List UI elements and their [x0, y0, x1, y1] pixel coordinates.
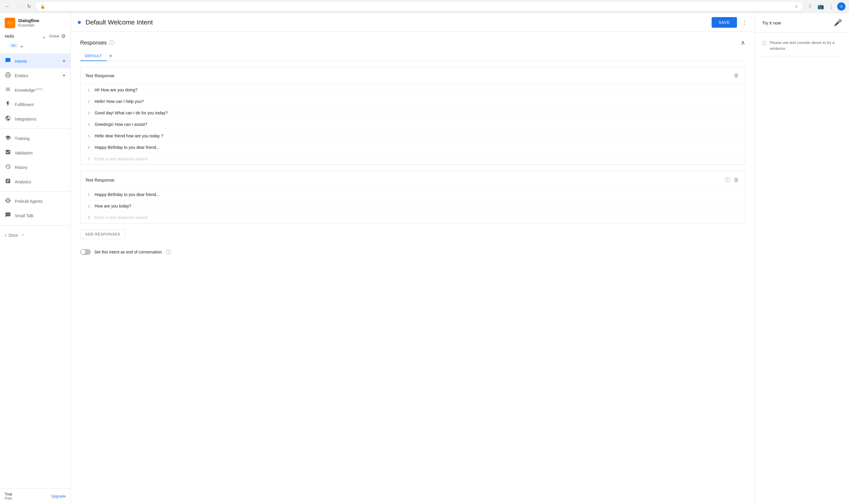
info-row: ⓘ Please use test console above to try a… — [762, 40, 842, 51]
entities-add-icon[interactable]: + — [62, 72, 66, 79]
sidebar-item-knowledge[interactable]: Knowledge[beta] — [0, 83, 70, 97]
sidebar-item-integrations-label: Integrations — [15, 117, 66, 122]
bookmark-icon[interactable]: ☆ — [794, 3, 798, 9]
cast-icon[interactable]: 📺 — [816, 2, 826, 11]
sidebar-item-history-label: History — [15, 165, 66, 170]
row-num: 7 — [85, 157, 90, 161]
responses-section-header: Responses ⓘ ∧ — [80, 39, 745, 47]
eoc-row: Set this intent as end of conversation ⓘ — [80, 249, 745, 255]
row-text[interactable]: Happy Birthday to you dear friend... — [95, 192, 740, 197]
page-title: Default Welcome Intent — [86, 19, 707, 26]
sidebar-brand: Dialogflow Essentials — [18, 18, 39, 28]
external-link-icon: ↗ — [21, 233, 24, 237]
sidebar-item-history[interactable]: History — [0, 160, 70, 175]
trial-sublabel: Free — [5, 496, 12, 501]
add-responses-button[interactable]: ADD RESPONSES — [80, 229, 125, 239]
response-row: 7 Enter a text response variant — [80, 153, 745, 164]
forward-button[interactable]: → — [14, 2, 22, 11]
card-2-header: Text Response ⓘ 🗑 — [80, 171, 745, 189]
svg-line-4 — [7, 74, 8, 75]
intents-add-icon[interactable]: + — [62, 58, 66, 65]
sidebar-item-intents[interactable]: Intents + — [0, 54, 70, 68]
docs-label: Docs — [8, 233, 18, 237]
sidebar-item-prebuilt[interactable]: Prebuilt Agents — [0, 194, 70, 209]
knowledge-icon — [5, 86, 11, 94]
card-1-header: Text Response 🗑 — [80, 67, 745, 84]
reload-button[interactable]: ↻ — [25, 2, 33, 11]
row-placeholder[interactable]: Enter a text response variant — [95, 215, 740, 220]
sidebar-item-fulfillment[interactable]: Fulfillment — [0, 97, 70, 112]
row-text[interactable]: Greetings! How can I assist? — [95, 122, 740, 127]
text-response-card-1: Text Response 🗑 1 Hi! How are you doing?… — [80, 67, 745, 165]
response-row: 3 Good day! What can I do for you today? — [80, 107, 745, 119]
url-input[interactable]: dialogflow.cloud.google.com/#/agent/mypr… — [48, 4, 792, 8]
responses-help-icon[interactable]: ⓘ — [109, 39, 114, 46]
eoc-help-icon[interactable]: ⓘ — [166, 249, 171, 255]
brand-subtitle: Essentials — [18, 23, 39, 28]
row-text[interactable]: Good day! What can I do for you today? — [95, 110, 740, 115]
section-divider-3 — [0, 225, 70, 226]
agent-dropdown-icon[interactable]: ⌄ — [41, 33, 46, 39]
sidebar-item-smalltalk-label: Small Talk — [15, 213, 66, 218]
microphone-icon[interactable]: 🎤 — [834, 19, 842, 26]
sidebar-item-training[interactable]: Training — [0, 131, 70, 146]
text-response-card-2: Text Response ⓘ 🗑 1 Happy Birthday to yo… — [80, 170, 745, 223]
row-num: 3 — [85, 215, 90, 220]
collapse-icon[interactable]: ∧ — [741, 39, 745, 47]
response-row: 2 Hello! How can I help you? — [80, 96, 745, 107]
row-num: 1 — [85, 88, 90, 92]
row-num: 2 — [85, 99, 90, 104]
sidebar-item-integrations[interactable]: Integrations — [0, 112, 70, 126]
dialogflow-logo: 🔶 — [5, 18, 15, 28]
card-1-delete-icon[interactable]: 🗑 — [733, 71, 740, 80]
response-row: 4 Greetings! How can I assist? — [80, 119, 745, 130]
sidebar-item-smalltalk[interactable]: Small Talk — [0, 209, 70, 223]
lang-badge: en — [10, 43, 18, 48]
row-text[interactable]: How are you today? — [95, 204, 740, 209]
prebuilt-icon — [5, 197, 11, 205]
sidebar-item-analytics-label: Analytics — [15, 180, 66, 184]
sidebar-item-analytics[interactable]: Analytics — [0, 175, 70, 189]
docs-row[interactable]: › Docs ↗ — [0, 228, 70, 242]
sidebar-item-training-label: Training — [15, 136, 66, 141]
svg-line-5 — [8, 74, 9, 75]
eoc-toggle[interactable] — [80, 249, 91, 255]
extensions-icon[interactable]: 🣿 — [806, 2, 815, 11]
entities-icon — [5, 72, 11, 79]
response-row: 3 Enter a text response variant — [80, 212, 745, 223]
user-avatar[interactable]: n — [837, 2, 846, 11]
training-icon — [5, 135, 11, 142]
save-button[interactable]: SAVE — [711, 17, 737, 28]
card-2-delete-icon[interactable]: 🗑 — [733, 176, 740, 184]
try-panel-divider — [762, 56, 842, 56]
row-text[interactable]: Happy Birthday to you dear friend... — [95, 145, 740, 150]
docs-chevron-icon: › — [5, 233, 6, 238]
tab-default[interactable]: DEFAULT — [80, 51, 107, 61]
tab-add-icon[interactable]: + — [108, 52, 114, 61]
row-text[interactable]: Hi! How are you doing? — [95, 88, 740, 92]
more-options-icon[interactable]: ⋮ — [742, 19, 747, 26]
row-text[interactable]: Hello! How can I help you? — [95, 99, 740, 104]
card-1-title: Text Response — [85, 73, 733, 78]
main-scroll-area: Responses ⓘ ∧ DEFAULT + Text Response 🗑 … — [71, 32, 755, 504]
sidebar-item-validation[interactable]: Validation — [0, 146, 70, 160]
svg-point-2 — [6, 75, 7, 76]
row-num: 1 — [85, 193, 90, 197]
browser-chrome: ← → ↻ 🔒 dialogflow.cloud.google.com/#/ag… — [0, 0, 849, 13]
card-2-help-icon[interactable]: ⓘ — [724, 175, 731, 184]
settings-icon[interactable]: ⚙ — [61, 33, 66, 39]
try-panel-body: ⓘ Please use test console above to try a… — [755, 33, 849, 504]
analytics-icon — [5, 178, 11, 185]
row-placeholder[interactable]: Enter a text response variant — [95, 157, 740, 161]
browser-actions: 🣿 📺 ⋮ n — [806, 2, 846, 11]
smalltalk-icon — [5, 212, 11, 219]
upgrade-button[interactable]: Upgrade — [51, 494, 66, 499]
response-row: 1 Hi! How are you doing? — [80, 84, 745, 96]
row-text[interactable]: Hello dear friend how are you today ? — [95, 133, 740, 138]
menu-icon[interactable]: ⋮ — [827, 2, 836, 11]
row-num: 6 — [85, 145, 90, 150]
lang-add-icon[interactable]: + — [20, 43, 23, 50]
sidebar-item-entities[interactable]: Entities + — [0, 68, 70, 83]
sidebar-footer: Trial Free Upgrade — [0, 488, 70, 504]
back-button[interactable]: ← — [3, 2, 12, 11]
